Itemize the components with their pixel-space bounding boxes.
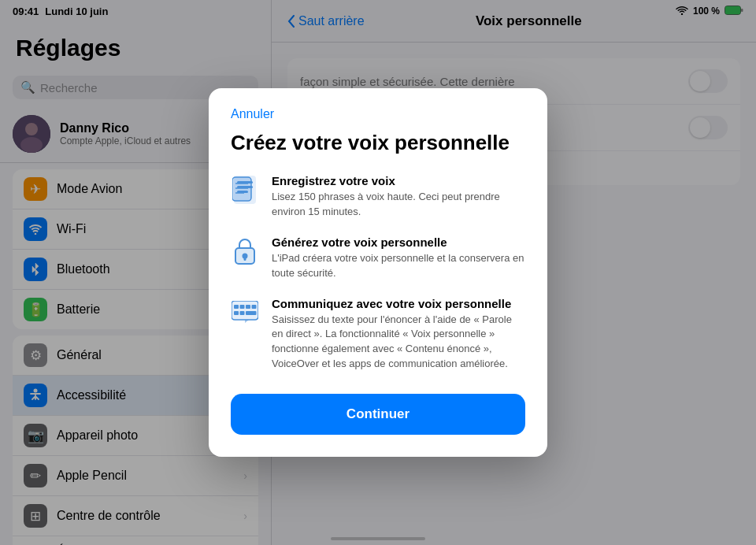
modal-feature-generate: Générez votre voix personnelle L'iPad cr… bbox=[231, 235, 525, 281]
svg-rect-13 bbox=[232, 177, 251, 201]
modal-dialog: Annuler Créez votre voix personnelle E bbox=[209, 88, 547, 457]
feature-communicate-desc: Saisissez du texte pour l'énoncer à l'ai… bbox=[272, 313, 525, 372]
feature-record-title: Enregistrez votre voix bbox=[272, 174, 525, 187]
svg-rect-28 bbox=[234, 311, 239, 315]
generate-icon bbox=[231, 237, 259, 265]
svg-rect-27 bbox=[252, 305, 257, 309]
svg-rect-29 bbox=[240, 311, 245, 315]
modal-feature-record: Enregistrez votre voix Lisez 150 phrases… bbox=[231, 174, 525, 220]
continue-button[interactable]: Continuer bbox=[231, 394, 525, 435]
modal-title: Créez votre voix personnelle bbox=[231, 131, 525, 155]
modal-feature-communicate: Communiquez avec votre voix personnelle … bbox=[231, 297, 525, 372]
feature-communicate-text: Communiquez avec votre voix personnelle … bbox=[272, 297, 525, 372]
feature-generate-title: Générez votre voix personnelle bbox=[272, 235, 525, 249]
svg-rect-26 bbox=[246, 305, 250, 309]
feature-generate-text: Générez votre voix personnelle L'iPad cr… bbox=[272, 235, 525, 281]
record-icon bbox=[231, 176, 259, 204]
svg-rect-25 bbox=[240, 305, 245, 309]
svg-rect-30 bbox=[246, 311, 257, 315]
feature-record-text: Enregistrez votre voix Lisez 150 phrases… bbox=[272, 174, 525, 220]
feature-record-desc: Lisez 150 phrases à voix haute. Ceci peu… bbox=[272, 190, 525, 220]
modal-inner: Annuler Créez votre voix personnelle E bbox=[209, 88, 547, 457]
feature-communicate-title: Communiquez avec votre voix personnelle bbox=[272, 297, 525, 310]
modal-cancel-button[interactable]: Annuler bbox=[231, 107, 274, 121]
feature-generate-desc: L'iPad créera votre voix personnelle et … bbox=[272, 251, 525, 281]
svg-rect-22 bbox=[232, 301, 258, 320]
svg-rect-24 bbox=[234, 305, 239, 309]
svg-rect-21 bbox=[244, 258, 246, 261]
home-indicator bbox=[331, 537, 425, 540]
communicate-icon bbox=[231, 298, 259, 327]
